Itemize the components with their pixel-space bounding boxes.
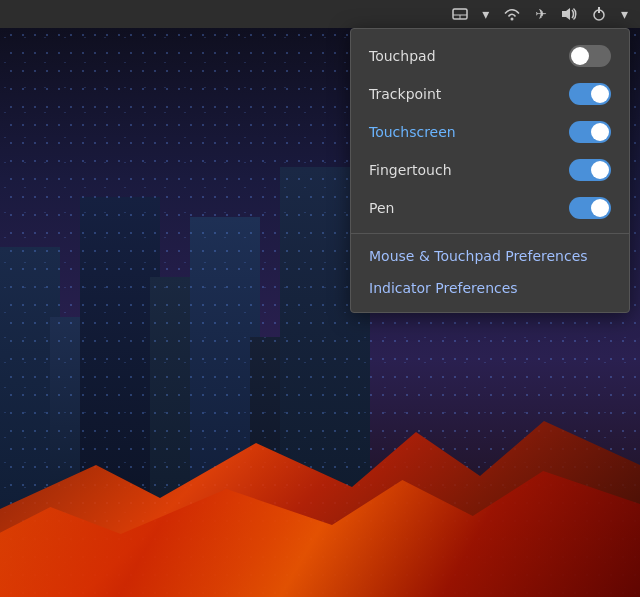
touchpad-label: Touchpad: [369, 48, 436, 64]
power-dropdown-arrow[interactable]: ▾: [617, 4, 632, 24]
trackpoint-item[interactable]: Trackpoint: [351, 75, 629, 113]
airplane-icon[interactable]: ✈: [531, 4, 551, 24]
menu-divider: [351, 233, 629, 234]
network-icon[interactable]: [499, 5, 525, 23]
sound-icon[interactable]: [557, 5, 581, 23]
touchscreen-item[interactable]: Touchscreen: [351, 113, 629, 151]
touchpad-item[interactable]: Touchpad: [351, 37, 629, 75]
fingertouch-toggle[interactable]: [569, 159, 611, 181]
chevron-down-icon: ▾: [621, 6, 628, 22]
svg-marker-4: [562, 8, 570, 20]
pen-label: Pen: [369, 200, 394, 216]
mouse-prefs-link[interactable]: Mouse & Touchpad Preferences: [351, 240, 629, 272]
touchpad-toggle[interactable]: [569, 45, 611, 67]
dropdown-arrow-input[interactable]: ▾: [478, 4, 493, 24]
fingertouch-item[interactable]: Fingertouch: [351, 151, 629, 189]
chevron-down-icon: ▾: [482, 6, 489, 22]
touchscreen-label: Touchscreen: [369, 124, 456, 140]
svg-point-3: [511, 18, 514, 21]
touchscreen-toggle[interactable]: [569, 121, 611, 143]
pen-toggle[interactable]: [569, 197, 611, 219]
pen-item[interactable]: Pen: [351, 189, 629, 227]
power-icon[interactable]: [587, 4, 611, 24]
trackpoint-toggle[interactable]: [569, 83, 611, 105]
topbar: ▾ ✈ ▾: [0, 0, 640, 28]
trackpoint-label: Trackpoint: [369, 86, 441, 102]
indicator-prefs-link[interactable]: Indicator Preferences: [351, 272, 629, 304]
input-indicator-dropdown: Touchpad Trackpoint Touchscreen Fingerto…: [350, 28, 630, 313]
input-icon[interactable]: [448, 4, 472, 24]
fingertouch-label: Fingertouch: [369, 162, 452, 178]
